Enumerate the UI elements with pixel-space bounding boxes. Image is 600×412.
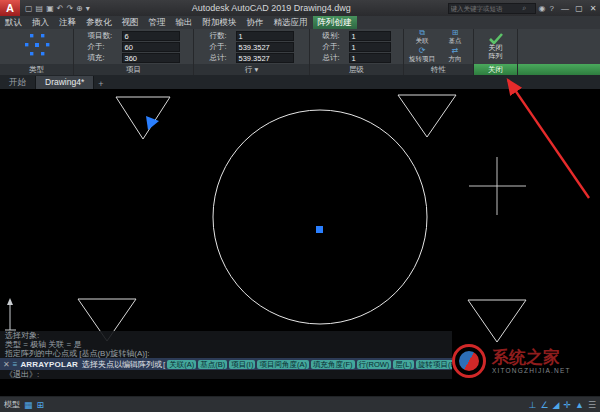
command-option-chip[interactable]: 层(L) [393,360,414,369]
panel-properties: ⧉ 关联 ⊞ 基点 ⟳ 旋转项目 ⇄ 方向 [404,29,474,75]
tab-annotate[interactable]: 注释 [54,16,81,29]
watermark-title: 系统之家 [492,349,571,367]
base-point-button[interactable]: ⊞ 基点 [440,29,470,46]
panel-label-close[interactable]: 关闭 [474,64,517,75]
command-option-chip[interactable]: 项目间角度(A) [257,360,309,369]
items-count-input[interactable]: 6 [122,31,180,41]
snap-icon[interactable]: ⊞ [37,400,45,410]
title-bar: A ▢ ▤ ▣ ↶ ↷ ⊕ ▾ Autodesk AutoCAD 2019 Dr… [0,0,600,16]
command-option-chip[interactable]: 行(ROW) [357,360,392,369]
direction-icon: ⇄ [452,47,459,55]
rows-total-input[interactable]: 539.3527 [236,53,294,63]
new-tab-icon[interactable]: + [94,79,107,89]
levels-total-input[interactable]: 1 [349,53,391,63]
tab-default[interactable]: 默认 [0,16,27,29]
undo-icon[interactable]: ↶ [57,4,64,13]
panel-label-type[interactable]: 类型 [0,64,73,75]
items-fill-input[interactable]: 360 [122,53,180,63]
array-circle [213,110,427,324]
quick-access-toolbar: ▢ ▤ ▣ ↶ ↷ ⊕ ▾ [20,4,95,13]
command-option-chip[interactable]: 旋转项目(ROT) [416,360,452,369]
tab-start[interactable]: 开始 [0,76,36,89]
rows-between-label: 介于: [210,42,234,52]
annotation-scale-icon[interactable]: ▲ [575,400,584,410]
command-customize-icon[interactable]: ≡ [13,360,18,369]
tab-array-creation[interactable]: 阵列创建 [313,16,357,29]
tab-collaborate[interactable]: 协作 [242,16,269,29]
close-array-button[interactable]: 关闭 阵列 [489,33,503,60]
levels-count-label: 级别: [323,31,347,41]
panel-label-items[interactable]: 项目 [74,64,193,75]
command-option-chip[interactable]: 填充角度(F) [311,360,355,369]
help-icon[interactable]: ? [550,4,554,13]
associative-button[interactable]: ⧉ 关联 [407,29,437,46]
command-option-chip[interactable]: 项目(I) [229,360,255,369]
command-option-chip[interactable]: 基点(B) [198,360,227,369]
check-icon [489,33,503,44]
tab-addins[interactable]: 附加模块 [198,16,242,29]
ribbon-filler [518,29,600,75]
panel-items: 项目数: 6 介于: 60 填充: 360 项目 [74,29,194,75]
base-point-icon: ⊞ [452,29,459,37]
new-icon[interactable]: ▢ [25,4,33,13]
watermark-url: XITONGZHIJIA.NET [492,367,571,374]
array-triangle-2 [398,95,456,137]
panel-label-levels[interactable]: 层级 [310,64,403,75]
open-icon[interactable]: ▤ [36,4,44,13]
search-input[interactable] [451,5,523,12]
dynamic-input-icon[interactable]: ✛ [563,400,571,410]
app-menu-button[interactable]: A [0,0,20,16]
tab-parametric[interactable]: 参数化 [81,16,117,29]
command-cancel-icon[interactable]: ✕ [3,360,10,369]
minimize-button[interactable]: — [558,0,572,16]
items-fill-label: 填充: [88,53,120,63]
rotate-items-button[interactable]: ⟳ 旋转项目 [407,47,437,64]
polar-array-icon[interactable] [22,30,52,64]
tab-manage[interactable]: 管理 [144,16,171,29]
panel-label-rows[interactable]: 行 ▾ [194,64,309,75]
command-line-panel[interactable]: 选择对象: 类型 = 极轴 关联 = 是 指定阵列的中心点或 [基点(B)/旋转… [0,331,452,379]
titlebar-icons: ◉ ? [539,4,558,13]
tab-featured-apps[interactable]: 精选应用 [269,16,313,29]
command-input-row[interactable]: ✕ ≡ ARRAYPOLAR 选择夹点以编辑阵列或 [ 关联(A) 基点(B) … [0,358,452,370]
panel-levels: 级别: 1 介于: 1 总计: 1 层级 [310,29,404,75]
tab-output[interactable]: 输出 [171,16,198,29]
redo-icon[interactable]: ↷ [66,4,73,13]
qat-dropdown-icon[interactable]: ▾ [86,4,90,13]
center-grip[interactable] [316,226,323,233]
close-button[interactable]: ✕ [586,0,600,16]
levels-between-input[interactable]: 1 [349,42,391,52]
panel-label-properties[interactable]: 特性 [404,64,473,75]
tab-insert[interactable]: 插入 [27,16,54,29]
associative-icon: ⧉ [419,29,425,37]
rows-between-input[interactable]: 539.3527 [236,42,294,52]
grid-icon[interactable]: ▦ [24,400,33,410]
maximize-button[interactable]: ▢ [572,0,586,16]
plot-icon[interactable]: ⊕ [76,4,83,13]
search-icon[interactable]: ⌕ [523,4,527,12]
customization-icon[interactable]: ☰ [588,400,596,410]
panel-close: 关闭 阵列 关闭 [474,29,518,75]
tab-view[interactable]: 视图 [117,16,144,29]
signin-icon[interactable]: ◉ [539,4,546,13]
help-search: ⌕ [448,3,536,14]
items-between-input[interactable]: 60 [122,42,180,52]
command-history-line: 类型 = 极轴 关联 = 是 [0,340,452,349]
direction-button[interactable]: ⇄ 方向 [440,47,470,64]
watermark: 系统之家 XITONGZHIJIA.NET [452,338,598,384]
polar-tracking-icon[interactable]: ∠ [540,400,548,410]
rows-count-input[interactable]: 1 [236,31,294,41]
tab-drawing4[interactable]: Drawing4* [36,76,94,89]
selected-object-marker[interactable] [146,116,159,130]
model-space-button[interactable]: 模型 [4,399,20,410]
panel-type: 类型 [0,29,74,75]
ortho-icon[interactable]: ⊥ [529,400,537,410]
levels-count-input[interactable]: 1 [349,31,391,41]
rotate-items-icon: ⟳ [419,47,426,55]
command-option-chip[interactable]: 关联(A) [167,360,196,369]
save-icon[interactable]: ▣ [46,4,54,13]
osnap-icon[interactable]: ◢ [553,400,560,410]
window-controls: — ▢ ✕ [558,0,600,16]
command-prompt-text: 选择夹点以编辑阵列或 [82,359,162,370]
command-history-line: 选择对象: [0,331,452,340]
